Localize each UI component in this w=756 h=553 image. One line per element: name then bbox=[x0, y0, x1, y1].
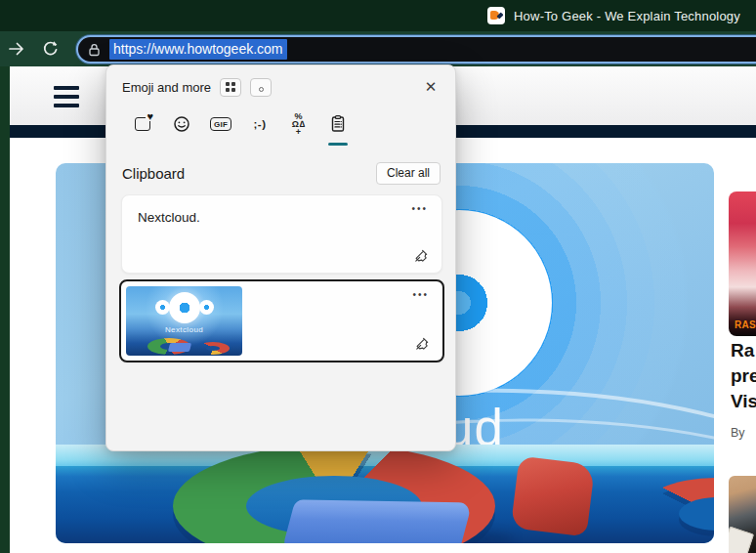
grid-view-button[interactable] bbox=[220, 78, 241, 97]
clipboard-item-image[interactable]: Nextcloud ••• bbox=[119, 279, 444, 362]
photo-paper-detail bbox=[729, 527, 754, 553]
headline-line: Ra bbox=[731, 338, 756, 363]
more-options-icon[interactable]: ••• bbox=[411, 203, 428, 214]
article-headline[interactable]: Ra pre Vis bbox=[731, 338, 756, 414]
tab-gif[interactable]: GIF bbox=[201, 107, 240, 141]
clipboard-section-title: Clipboard bbox=[122, 165, 185, 182]
forward-arrow-icon bbox=[7, 39, 26, 59]
clipboard-item-text-content: Nextcloud. bbox=[138, 210, 200, 225]
article-thumbnail-raspberry[interactable]: RAS bbox=[729, 191, 756, 336]
tab-kaomoji[interactable]: ;-) bbox=[240, 107, 279, 141]
window-title: How-To Geek - We Explain Technology bbox=[514, 9, 740, 23]
reload-icon bbox=[41, 40, 60, 59]
gif-icon: GIF bbox=[210, 117, 231, 131]
window-edge bbox=[0, 66, 10, 553]
headline-line: pre bbox=[731, 363, 756, 389]
panel-header: Emoji and more ✕ bbox=[106, 65, 455, 98]
kaomoji-icon: ;-) bbox=[254, 118, 267, 130]
browser-window: How-To Geek - We Explain Technology http… bbox=[0, 0, 756, 553]
clipboard-icon bbox=[329, 114, 347, 134]
panel-tabs: ♥ GIF ;-) %Ω∆+ bbox=[106, 107, 455, 141]
donut-chart-pieces-right bbox=[628, 474, 714, 543]
tab-clipboard[interactable] bbox=[318, 107, 357, 141]
pin-icon[interactable] bbox=[414, 336, 430, 352]
panel-title: Emoji and more bbox=[122, 80, 211, 95]
clipboard-image-thumbnail: Nextcloud bbox=[126, 286, 242, 356]
browser-toolbar: https://www.howtogeek.com bbox=[0, 31, 756, 66]
window-titlebar: How-To Geek - We Explain Technology bbox=[0, 0, 756, 31]
site-favicon bbox=[487, 7, 505, 24]
tab-emoji[interactable] bbox=[162, 107, 201, 141]
url-text-selected[interactable]: https://www.howtogeek.com bbox=[109, 39, 287, 60]
thumbnail-label: Nextcloud bbox=[126, 325, 242, 334]
address-bar[interactable]: https://www.howtogeek.com bbox=[76, 35, 756, 64]
tab-most-recently-used[interactable]: ♥ bbox=[123, 107, 162, 141]
recent-heart-icon: ♥ bbox=[135, 117, 150, 131]
grid-icon bbox=[226, 82, 235, 92]
dock-option-button[interactable] bbox=[250, 78, 272, 97]
clear-all-button[interactable]: Clear all bbox=[376, 162, 441, 185]
clipboard-item-text[interactable]: Nextcloud. ••• bbox=[121, 194, 442, 274]
hamburger-menu-icon[interactable] bbox=[54, 86, 79, 107]
category-badge[interactable]: RAS bbox=[735, 319, 756, 330]
more-options-icon[interactable]: ••• bbox=[412, 289, 429, 300]
symbols-icon: %Ω∆+ bbox=[291, 112, 307, 136]
tab-symbols[interactable]: %Ω∆+ bbox=[279, 107, 318, 141]
article-byline: By bbox=[731, 426, 745, 440]
pin-icon[interactable] bbox=[413, 248, 429, 264]
close-icon[interactable]: ✕ bbox=[418, 76, 443, 98]
smiley-icon bbox=[172, 114, 191, 134]
lock-icon bbox=[87, 42, 102, 58]
article-thumbnail-photo[interactable] bbox=[729, 476, 756, 553]
forward-button[interactable] bbox=[0, 34, 33, 64]
donut-chart-pieces bbox=[173, 445, 593, 543]
clipboard-panel: Emoji and more ✕ ♥ bbox=[105, 64, 456, 451]
clipboard-section-header: Clipboard Clear all bbox=[106, 162, 455, 185]
dot-icon bbox=[259, 87, 264, 92]
reload-button[interactable] bbox=[33, 34, 66, 64]
headline-line: Vis bbox=[731, 389, 756, 414]
